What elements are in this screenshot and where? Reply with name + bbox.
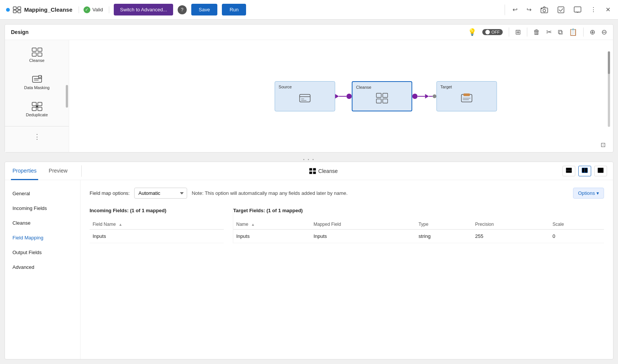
camera-button[interactable] bbox=[539, 5, 550, 15]
target-type-cell: string bbox=[415, 230, 472, 243]
grid-icon[interactable]: ⊞ bbox=[515, 28, 521, 36]
nav-incoming-fields[interactable]: Incoming Fields bbox=[5, 201, 80, 216]
layout-full-button[interactable] bbox=[594, 166, 607, 176]
sort-asc-icon[interactable]: ▲ bbox=[119, 222, 122, 227]
options-btn-label: Options bbox=[578, 190, 595, 196]
fields-sections: Incoming Fields: (1 of 1 mapped) Field N… bbox=[90, 208, 604, 243]
nav-advanced[interactable]: Advanced bbox=[5, 260, 80, 275]
switch-to-advanced-button[interactable]: Switch to Advanced... bbox=[114, 4, 173, 15]
tool-cleanse[interactable]: Cleanse bbox=[5, 45, 69, 66]
layout-vertical-button[interactable] bbox=[578, 166, 591, 176]
cleanse-node[interactable]: Cleanse bbox=[352, 81, 412, 111]
arrow-head-2 bbox=[425, 94, 429, 99]
incoming-field-name-cell: Inputs bbox=[90, 230, 224, 243]
design-title: Design bbox=[11, 29, 29, 35]
delete-icon[interactable]: 🗑 bbox=[533, 28, 540, 36]
pipeline-icon bbox=[13, 6, 21, 13]
field-map-options-label: Field map options: bbox=[90, 190, 130, 196]
svg-rect-35 bbox=[463, 94, 469, 96]
deduplicate-icon bbox=[32, 102, 42, 111]
undo-button[interactable]: ↩ bbox=[511, 5, 519, 15]
target-mapped-field-cell: Inputs bbox=[310, 230, 415, 243]
paste-icon[interactable]: 📋 bbox=[569, 28, 577, 36]
source-node[interactable]: Source bbox=[274, 81, 335, 111]
tools-scrollbar[interactable] bbox=[66, 85, 68, 108]
tab-properties[interactable]: Properties bbox=[11, 162, 38, 180]
options-chevron-icon: ▾ bbox=[596, 190, 599, 196]
nav-general[interactable]: General bbox=[5, 186, 80, 201]
toggle-button[interactable]: OFF bbox=[482, 29, 503, 35]
tab-separator bbox=[81, 165, 82, 177]
arrow-dot-2 bbox=[412, 94, 417, 99]
expand-canvas-button[interactable]: ⊡ bbox=[601, 141, 606, 148]
flow-nodes: Source bbox=[274, 81, 497, 111]
close-button[interactable]: ✕ bbox=[604, 5, 612, 15]
share-button[interactable] bbox=[572, 5, 583, 15]
arrow-head-1 bbox=[335, 94, 339, 99]
save-button[interactable]: Save bbox=[191, 4, 218, 15]
help-button[interactable]: ? bbox=[178, 5, 187, 14]
target-col-precision: Precision bbox=[472, 219, 550, 230]
tab-preview[interactable]: Preview bbox=[47, 162, 69, 180]
layout-horizontal-button[interactable] bbox=[562, 166, 575, 176]
properties-body: General Incoming Fields Cleanse Field Ma… bbox=[5, 180, 613, 359]
more-options-button[interactable]: ⋮ bbox=[589, 5, 598, 15]
svg-rect-21 bbox=[32, 102, 36, 106]
svg-rect-10 bbox=[574, 7, 581, 12]
target-fields-title: Target Fields: (1 of 1 mapped) bbox=[233, 208, 604, 213]
zoom-in-icon[interactable]: ⊕ bbox=[590, 28, 595, 36]
cut-icon[interactable]: ✂ bbox=[546, 28, 552, 36]
resize-handle[interactable]: • • • bbox=[0, 157, 618, 162]
properties-header: Properties Preview Cleanse bbox=[5, 162, 613, 180]
svg-rect-41 bbox=[313, 171, 316, 174]
svg-rect-2 bbox=[13, 10, 16, 13]
svg-point-25 bbox=[36, 105, 38, 108]
copy-icon[interactable]: ⧉ bbox=[558, 28, 563, 36]
target-name-cell: Inputs bbox=[233, 230, 310, 243]
nav-field-mapping[interactable]: Field Mapping bbox=[5, 230, 80, 245]
svg-rect-26 bbox=[299, 94, 310, 102]
more-tools-button[interactable]: ⋮ bbox=[34, 133, 40, 141]
nav-cleanse[interactable]: Cleanse bbox=[5, 216, 80, 230]
data-masking-label: Data Masking bbox=[24, 85, 50, 90]
tool-deduplicate[interactable]: Deduplicate bbox=[5, 99, 69, 120]
field-map-options-row: Field map options: Automatic Note: This … bbox=[90, 188, 604, 199]
run-button[interactable]: Run bbox=[222, 4, 246, 15]
validate-button[interactable] bbox=[556, 5, 566, 15]
canvas-scroll-thumb bbox=[608, 51, 610, 74]
target-node-icon bbox=[460, 93, 472, 103]
svg-rect-33 bbox=[383, 99, 387, 103]
valid-status: ✓ Valid bbox=[84, 6, 110, 13]
target-name-sort-icon[interactable]: ▲ bbox=[251, 222, 255, 227]
design-toolbar: 💡 OFF ⊞ 🗑 ✂ ⧉ 📋 ⊕ ⊖ bbox=[468, 28, 607, 37]
svg-rect-14 bbox=[38, 48, 42, 51]
svg-rect-32 bbox=[376, 99, 381, 103]
zoom-out-icon[interactable]: ⊖ bbox=[601, 28, 607, 36]
nav-output-fields[interactable]: Output Fields bbox=[5, 245, 80, 260]
cleanse-tool-icon bbox=[32, 48, 42, 57]
field-map-select[interactable]: Automatic bbox=[134, 188, 187, 199]
app-title: Mapping_Cleanse bbox=[6, 6, 79, 13]
svg-rect-38 bbox=[310, 168, 312, 170]
table-row: Inputs Inputs string 255 0 bbox=[233, 230, 604, 243]
incoming-fields-table: Field Name ▲ Inputs bbox=[90, 219, 224, 243]
layout-icons bbox=[562, 166, 607, 176]
options-dropdown-button[interactable]: Options ▾ bbox=[573, 188, 604, 199]
lightbulb-icon[interactable]: 💡 bbox=[468, 28, 476, 36]
target-node[interactable]: Target bbox=[436, 81, 497, 111]
svg-rect-23 bbox=[32, 107, 36, 111]
canvas-scrollbar[interactable] bbox=[608, 51, 610, 127]
properties-panel: Properties Preview Cleanse bbox=[5, 162, 613, 359]
target-precision-cell: 255 bbox=[472, 230, 550, 243]
tool-data-masking[interactable]: Data Masking bbox=[5, 72, 69, 93]
arrow-line-3 bbox=[429, 96, 432, 97]
incoming-fields-section: Incoming Fields: (1 of 1 mapped) Field N… bbox=[90, 208, 233, 243]
toggle-dot bbox=[485, 30, 490, 34]
target-node-label: Target bbox=[440, 85, 452, 89]
target-col-scale: Scale bbox=[550, 219, 604, 230]
svg-rect-3 bbox=[18, 10, 21, 13]
target-col-mapped-field: Mapped Field bbox=[310, 219, 415, 230]
incoming-fields-title: Incoming Fields: (1 of 1 mapped) bbox=[90, 208, 224, 213]
redo-button[interactable]: ↪ bbox=[525, 5, 533, 15]
toolbar-icons: ↩ ↪ ⋮ ✕ bbox=[505, 5, 612, 15]
